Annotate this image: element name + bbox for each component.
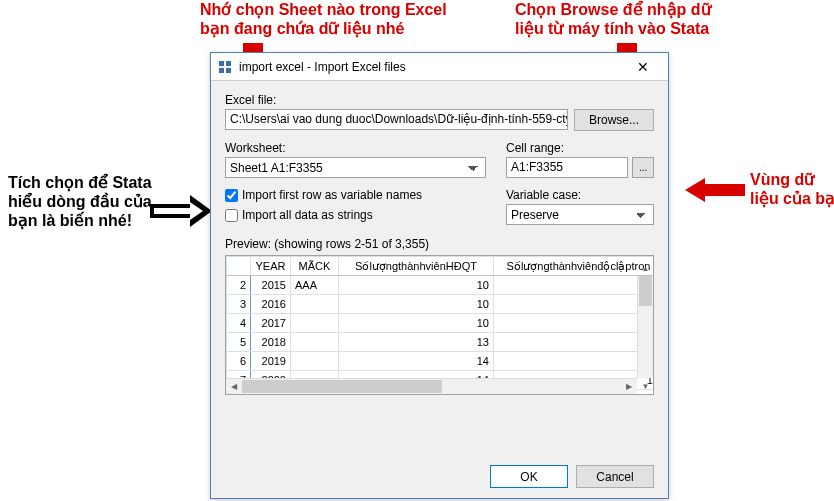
preview-label: Preview: (showing rows 2-51 of 3,355)	[225, 237, 654, 251]
worksheet-select[interactable]: Sheet1 A1:F3355	[225, 157, 486, 178]
first-row-label: Import first row as variable names	[242, 188, 422, 202]
variable-case-label: Variable case:	[506, 188, 654, 202]
all-strings-checkbox[interactable]	[225, 209, 238, 222]
vertical-scrollbar[interactable]: ▲ ▼	[637, 276, 653, 378]
horizontal-scrollbar[interactable]: ◀ ▶	[226, 378, 637, 394]
svg-rect-1	[226, 61, 231, 66]
excel-file-label: Excel file:	[225, 93, 654, 107]
header-doc[interactable]: Sốlượngthànhviênđộclậptron	[494, 257, 655, 276]
annotation-browse: Chọn Browse để nhập dữ liệu từ máy tính …	[515, 0, 711, 38]
header-mack[interactable]: MÃCK	[291, 257, 339, 276]
header-rownum[interactable]	[227, 257, 251, 276]
ok-button[interactable]: OK	[490, 465, 568, 488]
table-row[interactable]: 32016108	[227, 295, 655, 314]
cell-range-button[interactable]: ...	[632, 157, 654, 178]
table-row[interactable]: 42017108	[227, 314, 655, 333]
table-row[interactable]: 22015AAA108	[227, 276, 655, 295]
header-hdqt[interactable]: SốlượngthànhviênHĐQT	[339, 257, 494, 276]
preview-table-wrap: YEAR MÃCK SốlượngthànhviênHĐQT Sốlượngth…	[225, 255, 654, 395]
variable-case-select[interactable]: Preserve	[506, 204, 654, 225]
table-row[interactable]: 620191412	[227, 352, 655, 371]
browse-button[interactable]: Browse...	[574, 109, 654, 131]
excel-file-input[interactable]: C:\Users\ai vao dung duoc\Downloads\Dữ-l…	[225, 109, 568, 130]
annotation-sheet: Nhớ chọn Sheet nào trong Excel bạn đang …	[200, 0, 447, 38]
import-excel-dialog: import excel - Import Excel files ✕ Exce…	[210, 52, 669, 499]
svg-rect-0	[219, 61, 224, 66]
titlebar: import excel - Import Excel files ✕	[211, 53, 668, 81]
stata-icon	[217, 59, 233, 75]
arrow-firstrow	[150, 195, 212, 227]
cell-range-label: Cell range:	[506, 141, 654, 155]
arrow-range	[685, 178, 745, 202]
header-year[interactable]: YEAR	[251, 257, 291, 276]
annotation-firstrow: Tích chọn để Stata hiểu dòng đầu của bạn…	[8, 173, 152, 231]
svg-rect-2	[219, 68, 224, 73]
worksheet-label: Worksheet:	[225, 141, 486, 155]
close-button[interactable]: ✕	[624, 57, 662, 77]
all-strings-label: Import all data as strings	[242, 208, 373, 222]
table-row[interactable]: 520181311	[227, 333, 655, 352]
cell-range-input[interactable]: A1:F3355	[506, 157, 628, 178]
cancel-button[interactable]: Cancel	[576, 465, 654, 488]
preview-table: YEAR MÃCK SốlượngthànhviênHĐQT Sốlượngth…	[226, 256, 654, 390]
dialog-title: import excel - Import Excel files	[239, 60, 624, 74]
first-row-checkbox[interactable]	[225, 189, 238, 202]
annotation-range: Vùng dữ liệu của bạn	[750, 170, 834, 208]
svg-rect-3	[226, 68, 231, 73]
